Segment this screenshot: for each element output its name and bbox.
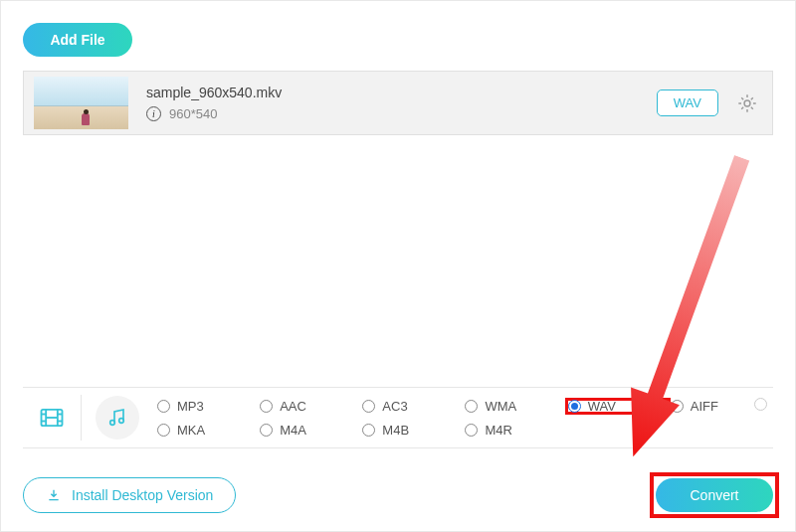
- format-options-grid: MP3AACAC3WMAWAVAIFFMKAM4AM4BM4R: [157, 398, 773, 438]
- format-option-label: M4B: [382, 423, 409, 438]
- file-name: sample_960x540.mkv: [146, 85, 657, 100]
- install-desktop-label: Install Desktop Version: [72, 487, 213, 503]
- radio-icon: [157, 424, 170, 437]
- radio-icon: [568, 400, 581, 413]
- download-icon: [46, 487, 62, 503]
- add-file-label: Add File: [50, 32, 104, 48]
- format-option-wma[interactable]: WMA: [465, 398, 567, 415]
- gear-icon[interactable]: [736, 92, 758, 114]
- format-option-truncated[interactable]: [754, 398, 767, 411]
- format-option-label: MKA: [177, 423, 205, 438]
- format-option-label: MP3: [177, 399, 204, 414]
- format-option-label: M4A: [280, 423, 306, 438]
- svg-point-0: [744, 100, 750, 106]
- format-option-label: WMA: [485, 399, 516, 414]
- radio-icon: [362, 400, 375, 413]
- format-option-m4b[interactable]: M4B: [362, 423, 465, 438]
- svg-point-9: [110, 421, 115, 426]
- format-option-m4r[interactable]: M4R: [465, 423, 567, 438]
- target-format-chip[interactable]: WAV: [657, 89, 718, 116]
- radio-icon: [465, 424, 478, 437]
- app-window: Add File sample_960x540.mkv i 960*540 WA…: [0, 0, 796, 532]
- video-category-icon[interactable]: [37, 403, 67, 433]
- add-file-button[interactable]: Add File: [23, 23, 132, 57]
- bottom-bar: Install Desktop Version Convert: [23, 472, 773, 517]
- format-option-label: AIFF: [691, 399, 718, 414]
- radio-icon: [362, 424, 375, 437]
- radio-icon: [465, 400, 478, 413]
- info-icon[interactable]: i: [146, 106, 161, 121]
- format-option-label: M4R: [485, 423, 511, 438]
- file-item-row: sample_960x540.mkv i 960*540 WAV: [23, 71, 773, 135]
- format-option-label: WAV: [588, 399, 616, 414]
- svg-point-10: [119, 419, 124, 424]
- format-option-label: AC3: [382, 399, 407, 414]
- radio-icon: [260, 400, 273, 413]
- divider: [81, 395, 82, 441]
- format-option-m4a[interactable]: M4A: [260, 423, 362, 438]
- format-option-label: AAC: [280, 399, 306, 414]
- convert-highlight-box: Convert: [656, 478, 773, 512]
- install-desktop-button[interactable]: Install Desktop Version: [23, 477, 236, 513]
- format-option-aac[interactable]: AAC: [260, 398, 362, 415]
- radio-icon: [754, 398, 767, 411]
- convert-label: Convert: [690, 487, 738, 503]
- radio-icon: [260, 424, 273, 437]
- format-option-mp3[interactable]: MP3: [157, 398, 260, 415]
- format-option-ac3[interactable]: AC3: [362, 398, 465, 415]
- radio-icon: [157, 400, 170, 413]
- audio-category-icon[interactable]: [96, 396, 139, 440]
- radio-icon: [671, 400, 684, 413]
- format-option-mka[interactable]: MKA: [157, 423, 260, 438]
- file-thumbnail[interactable]: [34, 77, 128, 129]
- target-format-label: WAV: [674, 95, 701, 110]
- format-option-wav[interactable]: WAV: [565, 398, 671, 415]
- file-resolution: 960*540: [169, 106, 217, 121]
- file-info: sample_960x540.mkv i 960*540: [146, 85, 657, 121]
- format-bar: MP3AACAC3WMAWAVAIFFMKAM4AM4BM4R: [23, 387, 773, 448]
- convert-button[interactable]: Convert: [656, 478, 773, 512]
